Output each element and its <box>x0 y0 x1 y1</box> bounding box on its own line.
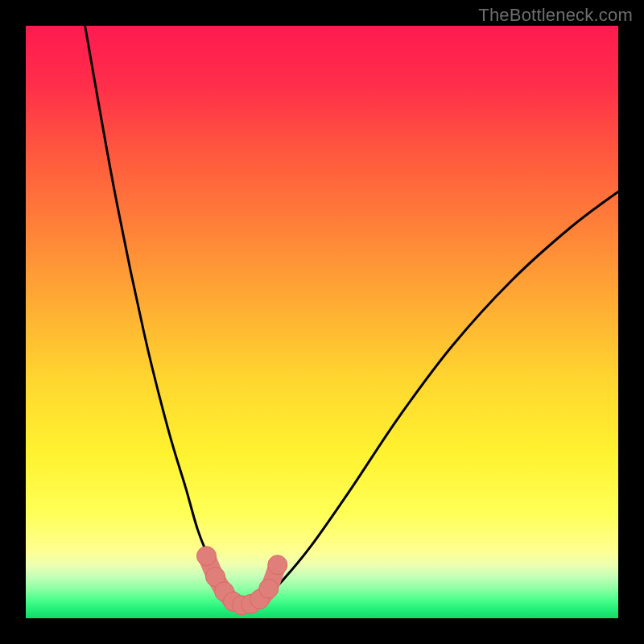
curve-right-curve <box>251 192 618 606</box>
marker-point <box>268 555 287 575</box>
marker-point <box>259 579 279 598</box>
curve-left-curve <box>85 26 239 606</box>
plot-area <box>26 26 618 618</box>
chart-frame: TheBottleneck.com <box>0 0 644 644</box>
watermark-text: TheBottleneck.com <box>478 5 633 26</box>
curves-layer <box>26 26 618 618</box>
marker-point <box>196 547 216 566</box>
